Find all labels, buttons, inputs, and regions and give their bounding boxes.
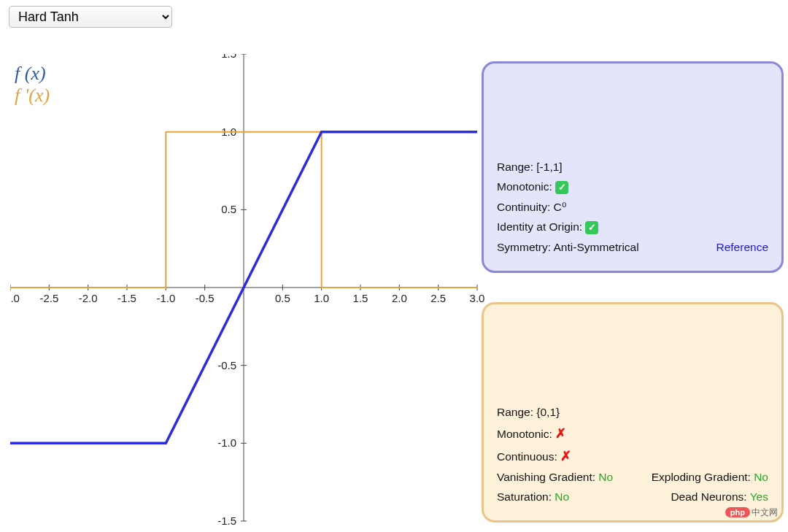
- sat-value: No: [555, 490, 569, 503]
- continuity-label: Continuity:: [497, 201, 550, 213]
- legend-f: f (x): [15, 63, 50, 85]
- svg-text:0.5: 0.5: [221, 203, 236, 215]
- prop-monotonic: Monotonic: ✓: [497, 180, 768, 194]
- vanish-label: Vanishing Gradient:: [497, 471, 595, 483]
- drange-label: Range:: [497, 406, 533, 418]
- svg-text:-0.5: -0.5: [217, 359, 236, 371]
- svg-text:0.5: 0.5: [275, 292, 290, 304]
- prop-identity: Identity at Origin: ✓: [497, 220, 768, 234]
- chart-legend: f (x) f '(x): [15, 63, 50, 107]
- dprop-saturation: Saturation: No Dead Neurons: Yes: [497, 490, 768, 504]
- drange-value: {0,1}: [536, 406, 560, 418]
- symmetry-value: Anti-Symmetrical: [554, 241, 639, 253]
- svg-text:-1.5: -1.5: [117, 292, 136, 304]
- svg-text:2.5: 2.5: [430, 292, 446, 304]
- svg-text:-3.0: -3.0: [10, 292, 20, 304]
- cross-icon: ✗: [560, 449, 571, 463]
- vanish-value: No: [598, 471, 613, 483]
- svg-text:-0.5: -0.5: [196, 292, 215, 304]
- dprop-monotonic: Monotonic: ✗: [497, 425, 768, 442]
- cross-icon: ✗: [555, 426, 566, 441]
- sat-label: Saturation:: [497, 490, 552, 503]
- svg-text:1.5: 1.5: [221, 54, 236, 60]
- function-chart: -3.0-2.5-2.0-1.5-1.0-0.50.51.01.52.02.53…: [10, 54, 484, 528]
- identity-label: Identity at Origin:: [497, 220, 582, 233]
- function-properties-panel: Range: [-1,1] Monotonic: ✓ Continuity: C…: [482, 61, 784, 273]
- svg-text:-1.0: -1.0: [217, 436, 236, 449]
- explode-label: Exploding Gradient:: [652, 471, 751, 483]
- legend-fp: f '(x): [15, 85, 50, 107]
- dmono-label: Monotonic:: [497, 428, 552, 440]
- svg-text:-1.5: -1.5: [217, 514, 236, 527]
- symmetry-label: Symmetry:: [497, 241, 551, 253]
- svg-text:2.0: 2.0: [392, 292, 407, 304]
- dead-label: Dead Neurons:: [671, 490, 746, 503]
- continuity-value: C⁰: [554, 201, 566, 213]
- derivative-properties-panel: Range: {0,1} Monotonic: ✗ Continuous: ✗ …: [482, 302, 784, 523]
- range-label: Range:: [497, 161, 533, 173]
- dprop-range: Range: {0,1}: [497, 406, 768, 419]
- dead-value: Yes: [750, 490, 768, 503]
- svg-text:-1.0: -1.0: [156, 292, 175, 304]
- prop-continuity: Continuity: C⁰: [497, 201, 768, 214]
- prop-symmetry: Symmetry: Anti-Symmetrical Reference: [497, 241, 768, 254]
- check-icon: ✓: [585, 221, 598, 234]
- monotonic-label: Monotonic:: [497, 180, 552, 193]
- watermark: php中文网: [725, 506, 778, 519]
- svg-text:1.5: 1.5: [353, 292, 368, 304]
- dcont-label: Continuous:: [497, 450, 557, 463]
- reference-link[interactable]: Reference: [716, 241, 768, 254]
- dprop-gradients: Vanishing Gradient: No Exploding Gradien…: [497, 471, 768, 484]
- svg-text:-2.0: -2.0: [79, 292, 98, 304]
- explode-value: No: [754, 471, 768, 483]
- watermark-text: 中文网: [752, 507, 778, 517]
- watermark-badge: php: [725, 507, 750, 517]
- svg-text:3.0: 3.0: [470, 292, 484, 304]
- svg-text:1.0: 1.0: [314, 292, 329, 304]
- activation-function-select[interactable]: Hard Tanh: [9, 6, 172, 28]
- range-value: [-1,1]: [536, 161, 562, 173]
- svg-text:-2.5: -2.5: [39, 292, 58, 304]
- prop-range: Range: [-1,1]: [497, 161, 768, 174]
- dprop-continuous: Continuous: ✗: [497, 448, 768, 464]
- check-icon: ✓: [555, 181, 568, 194]
